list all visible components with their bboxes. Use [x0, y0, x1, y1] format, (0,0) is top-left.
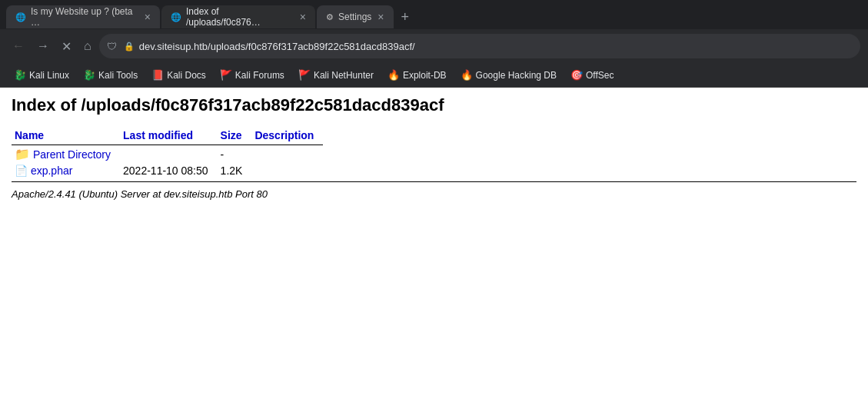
bookmark-label-kali-linux: Kali Linux: [29, 70, 69, 81]
forward-button[interactable]: →: [32, 36, 54, 56]
home-button[interactable]: ⌂: [79, 36, 96, 56]
address-bar-wrapper: 🛡 🔒: [99, 34, 860, 58]
bookmark-label-google-hacking-db: Google Hacking DB: [476, 70, 557, 81]
bookmark-google-hacking-db[interactable]: 🔥 Google Hacking DB: [454, 67, 563, 83]
offsec-icon: 🎯: [570, 69, 583, 81]
bookmark-label-kali-docs: Kali Docs: [167, 70, 206, 81]
kali-docs-icon: 📕: [151, 69, 164, 81]
col-header-size[interactable]: Size: [218, 128, 252, 145]
table-divider: [12, 181, 856, 182]
server-info: Apache/2.4.41 (Ubuntu) Server at dev.sit…: [12, 188, 856, 200]
bookmark-label-offsec: OffSec: [586, 70, 614, 81]
page-content: Index of /uploads/f0c876f317acb89f22c581…: [0, 88, 868, 395]
bookmark-label-kali-forums: Kali Forums: [235, 70, 284, 81]
back-button[interactable]: ←: [8, 36, 29, 56]
kali-linux-icon: 🐉: [14, 69, 26, 81]
nav-bar: ← → ✕ ⌂ 🛡 🔒: [0, 29, 868, 63]
table-row: 📄 exp.phar 2022-11-10 08:50 1.2K: [12, 163, 323, 178]
tab-bar: 🌐 Is my Website up ? (beta … × 🌐 Index o…: [0, 0, 868, 29]
new-tab-button[interactable]: +: [395, 9, 416, 25]
tab-favicon-1: 🌐: [15, 12, 26, 22]
tab-label-3: Settings: [338, 12, 371, 22]
file-icon: 📄: [15, 164, 28, 177]
tab-close-3[interactable]: ×: [377, 11, 384, 23]
bookmark-offsec[interactable]: 🎯 OffSec: [564, 67, 620, 83]
description-cell-0: [251, 145, 323, 164]
tab-favicon-3: ⚙: [326, 12, 334, 22]
lock-icon: 🔒: [124, 42, 135, 51]
exp-phar-link[interactable]: exp.phar: [31, 164, 72, 177]
bookmark-kali-nethunter[interactable]: 🚩 Kali NetHunter: [292, 67, 380, 83]
tab-website-up[interactable]: 🌐 Is my Website up ? (beta … ×: [6, 5, 160, 28]
bookmark-kali-linux[interactable]: 🐉 Kali Linux: [8, 67, 75, 83]
reload-close-button[interactable]: ✕: [57, 36, 76, 57]
exploit-db-icon: 🔥: [387, 69, 400, 81]
page-title: Index of /uploads/f0c876f317acb89f22c581…: [12, 95, 856, 115]
parent-dir-icon: 📁: [15, 147, 30, 161]
tab-close-2[interactable]: ×: [300, 11, 306, 23]
bookmark-kali-docs[interactable]: 📕 Kali Docs: [145, 67, 212, 83]
tab-label-1: Is my Website up ? (beta …: [31, 6, 138, 28]
address-input[interactable]: [99, 34, 860, 58]
tab-close-1[interactable]: ×: [145, 11, 151, 23]
kali-nethunter-icon: 🚩: [298, 69, 311, 81]
tab-settings[interactable]: ⚙ Settings ×: [317, 5, 394, 28]
col-header-description: Description: [251, 128, 323, 145]
bookmark-kali-tools[interactable]: 🐉 Kali Tools: [77, 67, 144, 83]
col-header-last-modified[interactable]: Last modified: [120, 128, 218, 145]
browser-chrome: 🌐 Is my Website up ? (beta … × 🌐 Index o…: [0, 0, 868, 88]
size-cell-0: -: [218, 145, 252, 164]
description-cell-1: [251, 163, 323, 178]
bookmark-kali-forums[interactable]: 🚩 Kali Forums: [214, 67, 291, 83]
kali-tools-icon: 🐉: [83, 69, 95, 81]
col-header-description-label: Description: [254, 129, 314, 141]
col-header-last-modified-link[interactable]: Last modified: [123, 129, 193, 141]
size-cell-1: 1.2K: [218, 163, 252, 178]
last-modified-cell-1: 2022-11-10 08:50: [120, 163, 218, 178]
bookmark-exploit-db[interactable]: 🔥 Exploit-DB: [381, 67, 453, 83]
shield-icon: 🛡: [107, 41, 117, 52]
tab-favicon-2: 🌐: [171, 12, 181, 22]
google-hacking-db-icon: 🔥: [461, 69, 473, 81]
col-header-name-link[interactable]: Name: [15, 129, 44, 141]
col-header-name[interactable]: Name: [12, 128, 120, 145]
tab-label-2: Index of /uploads/f0c876…: [186, 6, 294, 28]
file-name-cell: 📄 exp.phar: [12, 163, 120, 178]
tab-index-uploads[interactable]: 🌐 Index of /uploads/f0c876… ×: [161, 5, 315, 28]
kali-forums-icon: 🚩: [220, 69, 232, 81]
parent-directory-link[interactable]: Parent Directory: [33, 148, 111, 161]
file-name-cell: 📁 Parent Directory: [12, 145, 120, 164]
table-row: 📁 Parent Directory -: [12, 145, 323, 164]
bookmark-label-kali-tools: Kali Tools: [98, 70, 138, 81]
bookmark-label-exploit-db: Exploit-DB: [403, 70, 447, 81]
bookmarks-bar: 🐉 Kali Linux 🐉 Kali Tools 📕 Kali Docs 🚩 …: [0, 63, 868, 88]
col-header-size-link[interactable]: Size: [221, 129, 242, 141]
file-listing-table: Name Last modified Size Description 📁 Pa…: [12, 128, 323, 178]
bookmark-label-kali-nethunter: Kali NetHunter: [314, 70, 374, 81]
last-modified-cell-0: [120, 145, 218, 164]
